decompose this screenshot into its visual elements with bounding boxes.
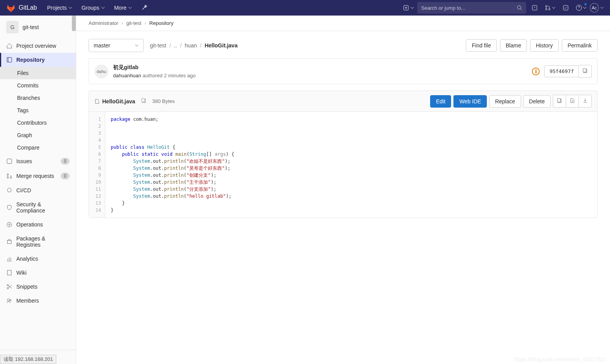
chevron-down-icon [583,6,587,10]
line-numbers[interactable]: 1234567891011121314 [89,112,105,218]
plus-dropdown[interactable] [402,1,416,15]
chevron-down-icon [600,6,604,10]
nav-projects[interactable]: Projects [43,0,76,16]
help-dropdown[interactable] [574,1,588,15]
sidebar-item-snippets[interactable]: Snippets [0,280,76,294]
top-nav-menu: Projects Groups More [43,0,151,16]
pipeline-status-pending-icon[interactable]: ‖ [532,68,540,75]
sidebar-sub-files[interactable]: Files [0,67,76,79]
sidebar-sub-branches[interactable]: Branches [0,92,76,104]
sidebar-sub-contributors[interactable]: Contributors [0,117,76,129]
copy-path-button[interactable] [139,97,148,106]
commit-sha[interactable]: 95f4697f [544,65,579,77]
replace-button[interactable]: Replace [489,95,521,108]
sidebar-item-members[interactable]: Members [0,294,76,308]
sidebar-item-cicd[interactable]: CI/CD [0,183,76,197]
sidebar-item-overview[interactable]: Project overview [0,39,76,53]
chevron-down-icon [101,6,105,10]
search-icon [517,5,522,10]
breadcrumb-project[interactable]: git-test [126,20,141,26]
code-content[interactable]: package com.huan; public class HelloGit … [105,112,240,218]
delete-button[interactable]: Delete [523,95,551,108]
download-icon [582,98,588,103]
sidebar: G git-test Project overview Repository F… [0,16,76,364]
commit-right: ‖ 95f4697f [532,65,592,78]
history-button[interactable]: History [530,39,559,52]
project-header[interactable]: G git-test [0,16,76,39]
file-icon [94,99,100,104]
path-root[interactable]: git-test [150,42,166,49]
clipboard-icon [141,98,146,103]
scrollbar-thumb[interactable] [72,16,76,31]
svg-point-11 [7,177,9,178]
nav-more[interactable]: More [110,0,136,16]
path-dir[interactable]: huan [185,42,197,49]
home-icon [6,43,12,49]
edit-button[interactable]: Edit [430,95,451,108]
sidebar-item-analytics[interactable]: Analytics [0,252,76,266]
breadcrumb-page[interactable]: Repository [149,20,173,26]
svg-point-10 [7,174,9,175]
svg-rect-8 [7,57,12,62]
file-actions: Edit Web IDE Replace Delete [430,95,592,108]
brand-text: GitLab [19,4,37,11]
merge-request-icon [545,5,551,11]
svg-point-17 [7,284,9,286]
commit-info: 初见gitlab dahuanhuan authored 2 minutes a… [113,64,527,78]
svg-rect-22 [583,69,586,72]
raw-button[interactable] [566,95,579,108]
commit-card: dahu 初见gitlab dahuanhuan authored 2 minu… [89,58,598,84]
shield-icon [6,204,12,211]
sidebar-sub-commits[interactable]: Commits [0,79,76,92]
path-up[interactable]: .. [174,42,177,49]
sidebar-sub-tags[interactable]: Tags [0,104,76,117]
sidebar-item-operations[interactable]: Operations [0,218,76,232]
members-icon [6,298,12,304]
search-input[interactable] [421,5,517,11]
copy-contents-button[interactable] [553,95,566,108]
commit-title[interactable]: 初见gitlab [113,64,527,71]
permalink-button[interactable]: Permalink [562,39,598,52]
branch-selector[interactable]: master [89,39,144,52]
user-dropdown[interactable]: Ac [590,1,604,15]
svg-rect-16 [7,270,11,275]
browser-status-bar: 读取 192.168.168.201 [0,355,56,364]
sidebar-sub-graph[interactable]: Graph [0,129,76,141]
svg-point-18 [7,287,9,289]
svg-rect-9 [7,159,12,164]
copy-sha-button[interactable] [579,65,592,78]
chevron-down-icon [68,6,72,10]
repository-icon [6,57,12,63]
path-file: HelloGit.java [205,42,238,49]
sidebar-item-issues[interactable]: Issues0 [0,154,76,169]
sidebar-item-wiki[interactable]: Wiki [0,266,76,280]
sidebar-item-merge-requests[interactable]: Merge requests0 [0,169,76,183]
commit-sha-box: 95f4697f [544,65,592,78]
search-box[interactable] [417,2,526,14]
breadcrumb-root[interactable]: Administrator [89,20,119,26]
clipboard-icon [557,98,562,103]
sidebar-item-repository[interactable]: Repository [0,53,76,67]
download-button[interactable] [579,95,592,108]
blame-button[interactable]: Blame [500,39,527,52]
nav-admin[interactable] [138,0,152,16]
project-avatar: G [6,21,19,33]
issues-icon-link[interactable] [528,1,542,15]
gitlab-logo[interactable]: GitLab [6,3,37,12]
sidebar-sub-compare[interactable]: Compare [0,141,76,154]
todos-icon-link[interactable] [559,1,573,15]
sidebar-item-security[interactable]: Security & Compliance [0,197,76,218]
document-icon [570,98,575,103]
svg-point-3 [546,5,547,7]
chevron-down-icon [410,6,414,10]
find-file-button[interactable]: Find file [466,39,497,52]
merge-requests-icon-link[interactable] [543,1,557,15]
commit-author-avatar[interactable]: dahu [94,64,108,78]
nav-groups[interactable]: Groups [78,0,109,16]
book-icon [6,270,12,276]
web-ide-button[interactable]: Web IDE [453,95,487,108]
file-controls: master git-test/ ../ huan/ HelloGit.java… [89,39,598,52]
file-top-buttons: Find file Blame History Permalink [466,39,598,52]
question-icon [576,5,582,11]
sidebar-item-packages[interactable]: Packages & Registries [0,232,76,252]
